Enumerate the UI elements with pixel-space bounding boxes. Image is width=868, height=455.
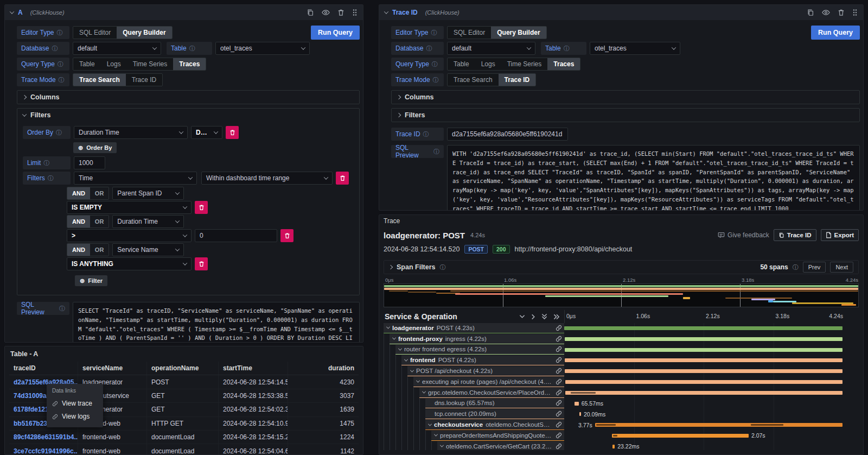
and-option[interactable]: AND xyxy=(67,216,90,228)
span-duration-bar[interactable] xyxy=(612,445,615,448)
filter-field-select[interactable]: Parent Span ID xyxy=(112,187,184,200)
span-duration-bar[interactable] xyxy=(564,326,843,330)
or-option[interactable]: OR xyxy=(90,216,109,228)
span-collapse-chevron-icon[interactable] xyxy=(410,368,414,372)
info-icon[interactable]: ⓘ xyxy=(52,45,58,53)
info-icon[interactable]: ⓘ xyxy=(793,263,799,271)
order-by-direction-select[interactable]: DESC xyxy=(191,126,222,139)
span-name-cell[interactable]: prepareOrderItemsAndShippingQuoteFromCar… xyxy=(384,431,564,441)
give-feedback-link[interactable]: Give feedback xyxy=(718,231,769,239)
query-ref-id[interactable]: A xyxy=(18,9,23,16)
span-gantt-cell[interactable] xyxy=(564,355,844,366)
filter-value-input[interactable]: 0 xyxy=(195,229,277,242)
info-icon[interactable]: ⓘ xyxy=(426,45,432,53)
sql-editor-option[interactable]: SQL Editor xyxy=(448,27,491,39)
filter-field-select[interactable]: Service Name xyxy=(112,243,184,256)
filter-time-value-select[interactable]: Within dashboard time range xyxy=(201,172,333,185)
table-select[interactable]: otel_traces xyxy=(590,42,680,55)
span-name-cell[interactable]: oteldemo.CartService/GetCart (23.22ms) xyxy=(384,441,564,450)
info-icon[interactable]: ⓘ xyxy=(56,29,62,37)
and-option[interactable]: AND xyxy=(67,187,90,199)
trace-id-button[interactable]: Trace ID xyxy=(774,229,816,241)
collapse-chevron-icon[interactable] xyxy=(384,9,388,14)
info-icon[interactable]: ⓘ xyxy=(48,174,54,182)
duplicate-query-icon[interactable] xyxy=(807,9,814,16)
filters-section-header[interactable]: Filters xyxy=(17,109,359,122)
span-link-icon[interactable] xyxy=(556,336,562,342)
info-icon[interactable]: ⓘ xyxy=(43,159,49,167)
run-query-button[interactable]: Run Query xyxy=(811,26,860,40)
span-gantt-cell[interactable] xyxy=(564,334,844,345)
span-duration-bar[interactable] xyxy=(565,369,843,373)
info-icon[interactable]: ⓘ xyxy=(433,148,439,156)
span-filters-label[interactable]: Span Filters xyxy=(397,263,436,271)
span-name-cell[interactable]: executing api route (pages) /api/checkou… xyxy=(384,377,564,388)
collapse-one-icon[interactable] xyxy=(519,314,525,319)
column-header[interactable]: duration xyxy=(288,362,359,375)
span-link-icon[interactable] xyxy=(556,346,562,352)
prev-span-button[interactable]: Prev xyxy=(803,262,826,273)
span-duration-bar[interactable] xyxy=(565,348,843,352)
span-name-cell[interactable]: tcp.connect (20.09ms) xyxy=(384,409,564,420)
span-gantt-cell[interactable] xyxy=(564,366,844,377)
span-link-icon[interactable] xyxy=(556,400,562,406)
trace-id-option[interactable]: Trace ID xyxy=(126,74,163,86)
or-option[interactable]: OR xyxy=(90,187,109,199)
database-select[interactable]: default xyxy=(447,42,535,55)
span-name-cell[interactable]: frontendPOST (4.22s) xyxy=(384,355,564,366)
span-name-cell[interactable]: router frontend egress (4.22s) xyxy=(384,345,564,356)
span-collapse-chevron-icon[interactable] xyxy=(392,336,396,340)
span-link-icon[interactable] xyxy=(556,325,562,331)
query-type-timeseries[interactable]: Time Series xyxy=(127,58,174,70)
info-icon[interactable]: ⓘ xyxy=(58,60,63,68)
order-by-field-select[interactable]: Duration Time xyxy=(74,126,188,139)
query-type-table[interactable]: Table xyxy=(448,58,475,70)
filter-time-field-select[interactable]: Time xyxy=(74,172,197,185)
query-type-traces[interactable]: Traces xyxy=(547,58,580,70)
span-duration-bar[interactable] xyxy=(579,412,581,416)
info-icon[interactable]: ⓘ xyxy=(423,130,429,138)
span-collapse-chevron-icon[interactable] xyxy=(428,422,432,426)
expand-chevron-icon[interactable] xyxy=(388,265,393,269)
span-gantt-cell[interactable]: 3.77s xyxy=(564,420,844,431)
span-name-cell[interactable]: loadgeneratorPOST (4.23s) xyxy=(384,323,564,334)
remove-filter-button[interactable] xyxy=(280,229,293,242)
trace-id-option[interactable]: Trace ID xyxy=(499,74,536,86)
span-gantt-cell[interactable] xyxy=(564,388,844,399)
query-header-a[interactable]: A (ClickHouse) xyxy=(5,5,363,20)
span-duration-bar[interactable] xyxy=(595,423,843,427)
span-name-cell[interactable]: dns.lookup (65.57ms) xyxy=(384,399,564,409)
add-filter-button[interactable]: ⊕Filter xyxy=(75,275,107,286)
span-collapse-chevron-icon[interactable] xyxy=(422,390,426,394)
trace-minimap[interactable] xyxy=(384,283,859,307)
span-link-icon[interactable] xyxy=(556,432,562,439)
remove-query-trash-icon[interactable] xyxy=(838,9,845,16)
filters-section-header[interactable]: Filters xyxy=(392,109,859,122)
info-icon[interactable]: ⓘ xyxy=(56,129,62,137)
span-duration-bar[interactable] xyxy=(575,402,579,406)
and-option[interactable]: AND xyxy=(67,244,90,256)
info-icon[interactable]: ⓘ xyxy=(433,76,439,84)
hide-query-eye-icon[interactable] xyxy=(322,9,330,16)
duplicate-query-icon[interactable] xyxy=(307,9,314,16)
query-type-logs[interactable]: Logs xyxy=(101,58,127,70)
remove-filter-button[interactable] xyxy=(195,257,208,270)
query-type-timeseries[interactable]: Time Series xyxy=(501,58,548,70)
span-collapse-chevron-icon[interactable] xyxy=(416,379,420,383)
trace-search-option[interactable]: Trace Search xyxy=(448,74,499,86)
span-link-icon[interactable] xyxy=(556,389,562,396)
hide-query-eye-icon[interactable] xyxy=(822,9,830,16)
columns-section-header[interactable]: Columns xyxy=(392,91,859,104)
info-icon[interactable]: ⓘ xyxy=(431,29,437,37)
span-gantt-cell[interactable]: 2.07s xyxy=(564,431,844,441)
span-gantt-cell[interactable] xyxy=(564,345,844,356)
collapse-all-icon[interactable] xyxy=(541,313,547,320)
span-link-icon[interactable] xyxy=(556,368,562,374)
column-header[interactable]: traceID xyxy=(9,362,78,375)
collapse-chevron-icon[interactable] xyxy=(10,9,14,14)
query-type-table[interactable]: Table xyxy=(73,58,101,70)
info-icon[interactable]: ⓘ xyxy=(189,45,195,53)
info-icon[interactable]: ⓘ xyxy=(59,305,65,313)
span-gantt-cell[interactable]: 20.09ms xyxy=(564,409,844,420)
span-collapse-chevron-icon[interactable] xyxy=(386,325,390,329)
